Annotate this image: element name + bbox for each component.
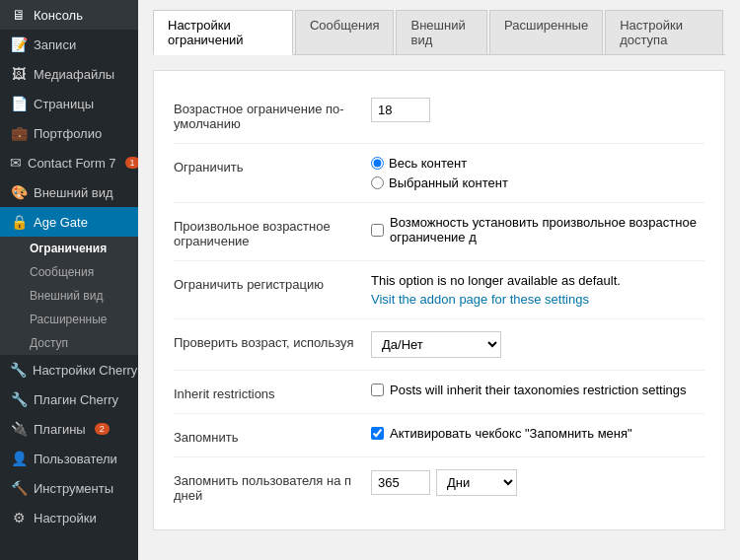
restrict-all-content[interactable]: Весь контент [371,156,508,171]
plugins-icon: 🔌 [10,421,28,437]
form-row-remember: Запомнить Активировать чекбокс "Запомнит… [174,414,704,457]
sidebar-item-tools[interactable]: 🔨 Инструменты [0,473,138,503]
remember-checkbox-label: Активировать чекбокс "Запомнить меня" [390,426,632,441]
sidebar-item-label: Инструменты [34,481,113,496]
sidebar-item-label: Age Gate [34,215,88,230]
tools-icon: 🔨 [10,480,28,496]
form-row-remember-days: Запомнить пользователя на п дней Дни Час… [174,457,704,515]
check-age-control: Да/Нет День/Месяц/Год Только год [371,331,704,358]
cherry-settings-icon: 🔧 [10,362,27,378]
sidebar-item-settings[interactable]: ⚙ Настройки [0,503,138,532]
inherit-control: Posts will inherit their taxonomies rest… [371,383,704,397]
sidebar-item-pages[interactable]: 📄 Страницы [0,89,138,118]
form-row-restrict-reg: Ограничить регистрацию This option is no… [174,261,704,319]
submenu-item-appearance[interactable]: Внешний вид [0,284,138,308]
media-icon: 🖼 [10,66,28,82]
restrict-label: Ограничить [174,156,361,175]
restrict-control: Весь контент Выбранный контент [371,156,704,190]
restrict-reg-link[interactable]: Visit the addon page for these settings [371,292,589,307]
sidebar-item-label: Записи [34,37,76,52]
sidebar-item-users[interactable]: 👤 Пользователи [0,444,138,473]
tab-restrictions[interactable]: Настройки ограничений [153,10,293,55]
remember-control: Активировать чекбокс "Запомнить меня" [371,426,704,441]
sidebar-item-console[interactable]: 🖥 Консоль [0,0,138,30]
custom-age-label: Произвольное возрастное ограничение [174,215,361,248]
sidebar-item-media[interactable]: 🖼 Медиафайлы [0,59,138,89]
tab-advanced[interactable]: Расширенные [489,10,603,54]
restrict-reg-label: Ограничить регистрацию [174,273,361,292]
sidebar-submenu-age-gate: Ограничения Сообщения Внешний вид Расшир… [0,237,138,355]
tab-access-settings[interactable]: Настройки доступа [605,10,723,54]
contact-form-badge: 1 [125,157,138,169]
sidebar-item-label: Contact Form 7 [28,156,116,171]
inherit-checkbox-item[interactable]: Posts will inherit their taxonomies rest… [371,383,687,397]
posts-icon: 📝 [10,36,28,52]
custom-age-checkbox[interactable] [371,224,384,237]
plugins-badge: 2 [95,423,110,435]
remember-days-unit-select[interactable]: Дни Часы Минуты [436,469,517,496]
custom-age-checkbox-item[interactable]: Возможность установить произвольное возр… [371,215,704,245]
restrict-selected-content[interactable]: Выбранный контент [371,175,508,190]
check-age-select[interactable]: Да/Нет День/Месяц/Год Только год [371,331,501,358]
sidebar-item-label: Портфолио [34,126,102,141]
users-icon: 👤 [10,451,28,466]
restrict-reg-text: This option is no longer available as de… [371,273,621,288]
sidebar-item-portfolio[interactable]: 💼 Портфолио [0,118,138,148]
sidebar-item-plugins[interactable]: 🔌 Плагины 2 [0,414,138,444]
submenu-item-messages[interactable]: Сообщения [0,260,138,284]
form-area: Возрастное ограничение по-умолчанию Огра… [153,70,725,530]
sidebar-item-label: Пользователи [34,452,117,466]
sidebar-item-label: Настройки [34,511,97,525]
tabs-bar: Настройки ограничений Сообщения Внешний … [153,10,725,55]
remember-label: Запомнить [174,426,361,445]
contact-form-icon: ✉ [10,155,22,171]
age-default-label: Возрастное ограничение по-умолчанию [174,98,361,131]
console-icon: 🖥 [10,7,28,23]
tab-messages[interactable]: Сообщения [295,10,395,54]
sidebar-item-label: Плагин Cherry [34,392,118,407]
remember-days-label: Запомнить пользователя на п дней [174,469,361,503]
submenu-item-advanced[interactable]: Расширенные [0,308,138,331]
remember-checkbox-item[interactable]: Активировать чекбокс "Запомнить меня" [371,426,632,441]
remember-checkbox[interactable] [371,427,384,440]
inherit-checkbox-label: Posts will inherit their taxonomies rest… [390,383,687,397]
remember-days-inline: Дни Часы Минуты [371,469,517,496]
inherit-label: Inherit restrictions [174,383,361,401]
restrict-radio-group: Весь контент Выбранный контент [371,156,508,190]
check-age-label: Проверить возраст, используя [174,331,361,350]
restrict-selected-radio[interactable] [371,176,384,189]
sidebar-item-label: Медиафайлы [34,67,114,82]
sidebar-item-posts[interactable]: 📝 Записи [0,30,138,59]
sidebar-item-label: Консоль [34,8,83,23]
cherry-plugin-icon: 🔧 [10,391,28,407]
submenu-item-restrictions[interactable]: Ограничения [0,237,138,260]
sidebar-item-contact-form[interactable]: ✉ Contact Form 7 1 [0,148,138,177]
sidebar-item-cherry-settings[interactable]: 🔧 Настройки Cherry [0,355,138,385]
remember-days-input[interactable] [371,470,430,495]
submenu-item-access[interactable]: Доступ [0,331,138,355]
custom-age-checkbox-label: Возможность установить произвольное возр… [390,215,704,245]
sidebar-item-label: Страницы [34,97,94,111]
restrict-selected-label: Выбранный контент [389,175,508,190]
appearance-icon: 🎨 [10,184,28,200]
sidebar-item-label: Внешний вид [34,185,113,200]
sidebar-item-label: Плагины [34,422,86,437]
remember-days-control: Дни Часы Минуты [371,469,704,496]
form-row-restrict: Ограничить Весь контент Выбранный контен… [174,144,704,203]
form-row-check-age: Проверить возраст, используя Да/Нет День… [174,319,704,371]
portfolio-icon: 💼 [10,125,28,141]
age-default-input[interactable] [371,98,430,122]
tab-appearance[interactable]: Внешний вид [396,10,487,54]
restrict-all-radio[interactable] [371,157,384,170]
sidebar-item-appearance[interactable]: 🎨 Внешний вид [0,177,138,207]
sidebar-item-cherry-plugin[interactable]: 🔧 Плагин Cherry [0,385,138,414]
form-row-custom-age: Произвольное возрастное ограничение Возм… [174,203,704,261]
sidebar: 🖥 Консоль 📝 Записи 🖼 Медиафайлы 📄 Страни… [0,0,138,560]
main-content: Настройки ограничений Сообщения Внешний … [138,0,740,560]
sidebar-item-age-gate[interactable]: 🔒 Age Gate [0,207,138,237]
custom-age-control: Возможность установить произвольное возр… [371,215,704,245]
inherit-checkbox[interactable] [371,384,384,396]
age-gate-icon: 🔒 [10,214,28,230]
settings-icon: ⚙ [10,510,28,525]
form-row-inherit: Inherit restrictions Posts will inherit … [174,371,704,414]
